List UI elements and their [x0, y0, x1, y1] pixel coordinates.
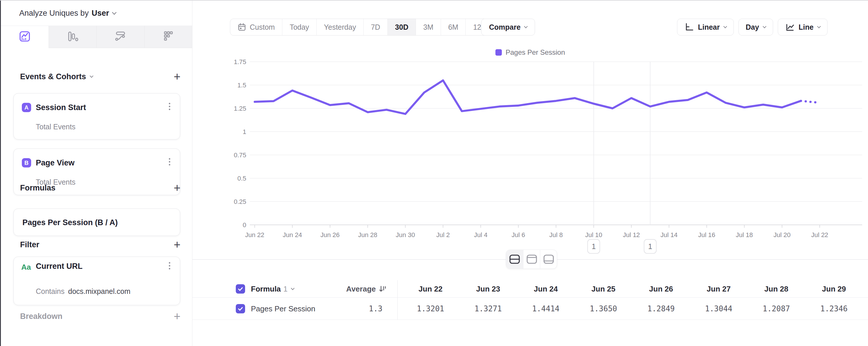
kebab-menu-icon[interactable] [166, 262, 172, 272]
cell-value: 1.2346 [805, 298, 863, 320]
filter-section-header: Filter + [1, 236, 192, 253]
average-value: 1.3 [309, 298, 382, 320]
svg-text:Jul 18: Jul 18 [736, 231, 753, 238]
kebab-menu-icon[interactable] [166, 103, 172, 113]
column-header[interactable]: Jun 28 [747, 280, 805, 298]
add-formula-button[interactable]: + [174, 182, 181, 194]
compare-button[interactable]: Compare [481, 19, 535, 35]
retention-grid-icon [161, 30, 175, 44]
svg-text:Jul 14: Jul 14 [660, 231, 678, 238]
series-name[interactable]: Pages Per Session [251, 298, 315, 320]
line-chart-icon [785, 22, 795, 32]
kebab-menu-icon[interactable] [166, 158, 172, 168]
filter-section-title: Filter [20, 240, 39, 249]
svg-text:1: 1 [648, 242, 652, 251]
range-30d[interactable]: 30D [388, 19, 416, 35]
svg-text:0.25: 0.25 [234, 198, 246, 205]
range-6m[interactable]: 6M [441, 19, 466, 35]
svg-text:Jul 2: Jul 2 [436, 231, 450, 238]
analyze-value-dropdown[interactable]: User [92, 9, 109, 18]
event-measure[interactable]: Total Events [36, 123, 75, 131]
row-checkbox[interactable] [236, 304, 245, 313]
chevron-down-icon [817, 25, 821, 28]
cell-value: 1.4414 [517, 298, 575, 320]
tab-insights[interactable] [1, 26, 49, 48]
column-header[interactable]: Jun 22 [402, 280, 459, 298]
legend-swatch [495, 49, 502, 56]
filter-property[interactable]: Current URL [36, 262, 83, 271]
svg-text:1.75: 1.75 [234, 58, 246, 65]
event-badge-a: A [22, 103, 31, 112]
chevron-down-icon[interactable] [112, 10, 117, 15]
add-breakdown-button[interactable]: + [174, 311, 181, 322]
analyze-uniques-header: Analyze Uniques by User [1, 1, 192, 26]
svg-text:1.5: 1.5 [237, 82, 246, 89]
event-card-session-start[interactable]: A Session Start Total Events [13, 93, 180, 140]
svg-text:Jun 24: Jun 24 [283, 231, 302, 238]
add-filter-button[interactable]: + [174, 239, 181, 251]
query-sidebar: Analyze Uniques by User Events & Cohorts [1, 1, 192, 346]
filter-card-current-url[interactable]: Aa Current URL Contains docs.mixpanel.co… [13, 257, 180, 305]
breakdown-section-title: Breakdown [20, 312, 63, 321]
column-header[interactable]: Jun 27 [690, 280, 747, 298]
date-range-group: Custom Today Yesterday 7D 30D 3M 6M 12M [230, 19, 495, 35]
range-today[interactable]: Today [282, 19, 316, 35]
analyze-label: Analyze Uniques by [19, 9, 89, 18]
range-yesterday[interactable]: Yesterday [316, 19, 363, 35]
toggle-chart-only[interactable] [523, 250, 540, 268]
cell-value: 1.2849 [632, 298, 690, 320]
chevron-down-icon [723, 25, 727, 28]
event-badge-b: B [22, 158, 31, 168]
table-only-icon [543, 254, 555, 264]
formula-card[interactable]: Pages Per Session (B / A) [13, 208, 180, 236]
tab-funnels[interactable] [49, 26, 97, 48]
legend-label: Pages Per Session [506, 48, 565, 57]
column-header[interactable]: Jun 24 [517, 280, 575, 298]
filter-operator[interactable]: Contains [36, 287, 65, 296]
chart-only-icon [526, 254, 538, 264]
select-all-checkbox[interactable] [236, 284, 245, 294]
column-header[interactable]: Jun 25 [575, 280, 632, 298]
table-row: Pages Per Session 1.3 1.3201 1.3271 1.44… [192, 298, 868, 320]
chart-type-dropdown[interactable]: Line [778, 19, 828, 35]
add-event-button[interactable]: + [174, 71, 181, 82]
average-column-header[interactable]: Average [309, 280, 388, 298]
report-type-tabs [1, 26, 192, 48]
svg-text:Jul 20: Jul 20 [773, 231, 790, 238]
svg-text:Jun 28: Jun 28 [358, 231, 377, 238]
sort-icon [379, 285, 388, 293]
calendar-icon [238, 23, 246, 31]
range-3m[interactable]: 3M [416, 19, 441, 35]
column-header[interactable]: Jun 29 [805, 280, 863, 298]
chart-legend: Pages Per Session [192, 48, 868, 57]
svg-text:1: 1 [592, 242, 596, 251]
svg-text:Jul 16: Jul 16 [698, 231, 715, 238]
svg-text:Jul 12: Jul 12 [623, 231, 640, 238]
event-name[interactable]: Page View [36, 158, 74, 168]
svg-text:Jun 30: Jun 30 [396, 231, 415, 238]
column-header[interactable]: Jun 23 [459, 280, 517, 298]
toggle-table-only[interactable] [540, 250, 557, 268]
svg-text:Jul 4: Jul 4 [474, 231, 487, 238]
column-header[interactable]: Jun 26 [632, 280, 690, 298]
range-7d[interactable]: 7D [363, 19, 388, 35]
formula-column-header[interactable]: Formula 1 [251, 280, 294, 298]
event-name[interactable]: Session Start [36, 103, 86, 112]
interval-dropdown[interactable]: Day [739, 19, 773, 35]
filter-value[interactable]: docs.mixpanel.com [68, 287, 130, 296]
scale-dropdown[interactable]: Linear [677, 19, 734, 35]
formula-expression[interactable]: Pages Per Session (B / A) [23, 218, 118, 227]
cell-value: 1.2087 [747, 298, 805, 320]
chevron-down-icon[interactable] [90, 74, 93, 78]
cell-value: 1.3201 [402, 298, 459, 320]
range-custom[interactable]: Custom [230, 19, 282, 35]
tab-flows[interactable] [96, 26, 144, 48]
chevron-down-icon [763, 25, 767, 28]
chevron-down-icon [291, 286, 294, 290]
svg-text:Jul 10: Jul 10 [585, 231, 602, 238]
svg-text:Jul 6: Jul 6 [512, 231, 525, 238]
formulas-section-title: Formulas [20, 183, 56, 193]
tab-retention[interactable] [144, 26, 192, 48]
toggle-split-view[interactable] [506, 250, 523, 268]
svg-text:0.5: 0.5 [237, 175, 246, 182]
